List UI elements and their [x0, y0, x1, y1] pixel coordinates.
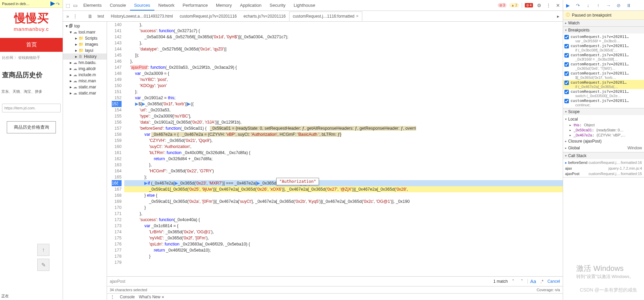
- tree-top[interactable]: ▾ 🗐 top: [63, 23, 107, 29]
- scope-variable[interactable]: ▸ _0x467e2a: {CZYVH: 'vBP',…: [563, 133, 644, 138]
- devtools-tab-memory[interactable]: Memory: [212, 1, 236, 10]
- devtools-tab-lighthouse[interactable]: Lighthouse: [289, 1, 319, 10]
- stack-frame[interactable]: beforeSendcustomRequest.j…:formatted:16: [563, 160, 644, 166]
- prev-icon[interactable]: ˄: [510, 278, 517, 285]
- overflow-icon[interactable]: ▸: [555, 13, 561, 20]
- breakpoint-item[interactable]: customRequest.js?v=202011…continue;: [563, 98, 644, 107]
- cancel-button[interactable]: Cancel: [548, 279, 560, 284]
- gutter[interactable]: 1401411421431441451461471481491501511521…: [107, 22, 124, 276]
- scope-closure[interactable]: Closure (ajaxPost): [563, 138, 644, 145]
- tree-item[interactable]: ▸ 📁 layui: [63, 47, 107, 53]
- scope-variable[interactable]: ▸ _0x59ca01: {readyState: 0…: [563, 128, 644, 133]
- scope-header[interactable]: Scope: [563, 108, 644, 115]
- regex-icon[interactable]: .*: [539, 278, 545, 285]
- scope-local[interactable]: Local: [563, 116, 644, 123]
- page-icon[interactable]: 🗎: [87, 13, 93, 20]
- code-lines[interactable]: }, 'success': function(_0x3271c7) { _0x5…: [124, 22, 563, 276]
- file-tab[interactable]: test: [94, 12, 107, 21]
- site-links[interactable]: 京东、天猫、淘宝、拼多: [0, 86, 63, 101]
- search-input[interactable]: ajaxPost: [110, 279, 491, 284]
- breakpoint-item[interactable]: customRequest.js?v=202011…switch (_0xd33…: [563, 89, 644, 98]
- tree-item[interactable]: ▸ ☁ misc.man: [63, 78, 107, 84]
- bp-checkbox[interactable]: [564, 71, 569, 76]
- drawer-console-tab[interactable]: Console: [120, 295, 135, 299]
- tree-item[interactable]: ▸ ☁ static.mar: [63, 84, 107, 90]
- breakpoints-header[interactable]: Breakpoints: [563, 27, 644, 34]
- history-button[interactable]: 商品历史价格查询: [7, 121, 56, 133]
- scope-variable[interactable]: ▸ this: Object: [563, 123, 644, 128]
- next-icon[interactable]: ˅: [519, 278, 525, 285]
- tree-item[interactable]: ▾ ☁ tool.manr: [63, 29, 107, 35]
- devtools-tab-elements[interactable]: Elements: [79, 1, 106, 10]
- bp-checkbox[interactable]: [564, 44, 569, 48]
- pause-on-exc-icon[interactable]: ⏸: [625, 2, 632, 9]
- breakpoint-item[interactable]: customRequest.js?v=202011…var _0x3f166f …: [563, 34, 644, 43]
- close-icon[interactable]: ✕: [356, 14, 359, 18]
- bp-checkbox[interactable]: [564, 53, 569, 58]
- bp-checkbox[interactable]: [564, 99, 569, 103]
- watch-header[interactable]: Watch: [563, 20, 644, 26]
- breakpoint-item[interactable]: customRequest.js?v=202011…_0x365d('0x6',…: [563, 62, 644, 71]
- devtools-tab-security[interactable]: Security: [265, 1, 289, 10]
- navigator-toggle-icon[interactable]: »: [64, 13, 71, 20]
- resume-icon[interactable]: ▶: [564, 2, 571, 9]
- more-icon[interactable]: ⋮: [72, 13, 79, 20]
- step-over-icon[interactable]: ↷: [575, 2, 581, 9]
- devtools-tab-application[interactable]: Application: [236, 1, 266, 10]
- breadcrumb[interactable]: 比价网 〉省钱购物助手: [0, 52, 63, 64]
- bp-checkbox[interactable]: [564, 81, 569, 85]
- file-tab[interactable]: customRequest.j…1116:formatted✕: [289, 12, 362, 21]
- bp-checkbox[interactable]: [564, 90, 569, 94]
- devtools-tab-console[interactable]: Console: [106, 1, 130, 10]
- coverage-status: Coverage: n/a: [537, 288, 560, 292]
- step-out-icon[interactable]: ↑: [595, 2, 602, 9]
- breakpoint-item[interactable]: customRequest.js?v=20201…if (_0x467e2a[_…: [563, 80, 644, 89]
- callstack-header[interactable]: Call Stack: [563, 152, 644, 159]
- tree-item[interactable]: ▸ 📁 images: [63, 41, 107, 47]
- folder-icon: 📁: [79, 42, 84, 47]
- close-icon[interactable]: ✕: [555, 2, 561, 9]
- step-into-icon[interactable]: ↓: [585, 2, 592, 9]
- file-tab[interactable]: HistoryLowest.a…011493273.html: [107, 12, 176, 21]
- bp-checkbox[interactable]: [564, 35, 569, 39]
- breakpoint-item[interactable]: customRequest.js?v=202011…if (_0x3bc08f[…: [563, 43, 644, 52]
- breakpoint-item[interactable]: customRequest.js?v=202011…_0x3f166f = _0…: [563, 52, 644, 62]
- file-tab[interactable]: echarts.js?v=20201116: [240, 12, 289, 21]
- drawer-menu-icon[interactable]: ⋮: [109, 294, 116, 300]
- paused-reason: Paused on breakpoint: [572, 13, 611, 18]
- code-scroll[interactable]: 1401411421431441451461471481491501511521…: [107, 22, 563, 276]
- resume-icon[interactable]: [50, 1, 55, 6]
- scope-global[interactable]: GlobalWindow: [563, 145, 644, 151]
- case-icon[interactable]: Aa: [530, 278, 537, 285]
- tree-item[interactable]: ▸ 🗎 History: [63, 53, 107, 60]
- settings-icon[interactable]: ⚙: [536, 2, 542, 9]
- inspect-icon[interactable]: ⬚: [64, 2, 71, 9]
- scroll-top-button[interactable]: ↑: [37, 244, 49, 256]
- edit-button[interactable]: ✎: [37, 259, 49, 271]
- nav-home-button[interactable]: 首页: [0, 38, 63, 52]
- devtools-tab-sources[interactable]: Sources: [130, 1, 154, 10]
- stack-frame[interactable]: ajaxjquery-1.7.2.min.js:4: [563, 166, 644, 171]
- deactivate-bp-icon[interactable]: ⊘: [615, 2, 622, 9]
- devtools-tab-network[interactable]: Network: [154, 1, 179, 10]
- drawer: ⋮ Console What's New ✕: [107, 293, 563, 300]
- step-icon[interactable]: ↷: [56, 1, 61, 6]
- extension-badge[interactable]: ⊘ 4: [525, 3, 533, 7]
- tree-item[interactable]: ▸ ☁ img.alicdr: [63, 66, 107, 72]
- tree-item[interactable]: ▸ 📁 Scripts: [63, 35, 107, 41]
- devtools-tab-performance[interactable]: Performance: [178, 1, 212, 10]
- menu-icon[interactable]: ⋮: [545, 2, 552, 9]
- bp-checkbox[interactable]: [564, 62, 569, 67]
- url-input[interactable]: https://item.jd.com.: [2, 104, 61, 112]
- tree-item[interactable]: ▸ ☁ hm.baidu.: [63, 60, 107, 66]
- error-badge[interactable]: ⊘ 3: [498, 3, 507, 7]
- file-tab[interactable]: customRequest.js?v=20201116: [176, 12, 240, 21]
- tree-item[interactable]: ▸ ☁ static.mar: [63, 90, 107, 96]
- warning-badge[interactable]: ▲ 2: [509, 3, 519, 7]
- drawer-whatsnew-tab[interactable]: What's New ✕: [139, 295, 164, 299]
- step-icon[interactable]: →: [605, 2, 612, 9]
- device-icon[interactable]: ▭: [72, 2, 79, 9]
- breakpoint-item[interactable]: customRequest.js?v=202011…$[_0x365d('0x1…: [563, 71, 644, 80]
- tree-item[interactable]: ▸ ☁ include.m: [63, 72, 107, 78]
- stack-frame[interactable]: ajaxPostcustomRequest.j…:formatted:15: [563, 171, 644, 176]
